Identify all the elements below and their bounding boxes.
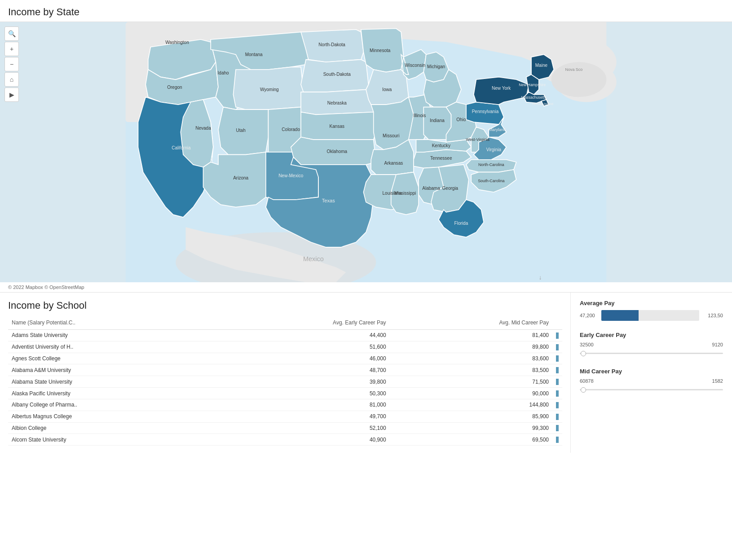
zoom-out-icon: − bbox=[10, 61, 13, 68]
cell-early-pay: 49,700 bbox=[216, 411, 389, 422]
label-alabama: Alabama bbox=[422, 186, 440, 191]
cell-bar bbox=[552, 388, 562, 399]
table-row[interactable]: Albion College 52,100 99,300 bbox=[8, 422, 562, 434]
label-south-carolina: South-Carolina bbox=[478, 179, 504, 183]
bar-indicator bbox=[556, 414, 559, 420]
table-row[interactable]: Alabama State University 39,800 71,500 bbox=[8, 376, 562, 388]
label-georgia: Georgia bbox=[442, 186, 459, 191]
table-row[interactable]: Alabama A&M University 48,700 83,500 bbox=[8, 364, 562, 376]
map-title: Income by State bbox=[0, 0, 732, 22]
map-section: 🔍 + − ⌂ ▶ bbox=[0, 22, 732, 293]
cell-mid-pay: 69,500 bbox=[390, 434, 552, 446]
avg-pay-section: Average Pay 47,200 123,50 bbox=[580, 300, 723, 321]
label-texas: Texas bbox=[322, 198, 335, 203]
cell-bar bbox=[552, 364, 562, 376]
cell-mid-pay: 90,000 bbox=[390, 388, 552, 399]
play-button[interactable]: ▶ bbox=[4, 88, 19, 102]
cell-name: Alabama State University bbox=[8, 376, 216, 388]
bar-indicator bbox=[556, 367, 559, 373]
label-south-dakota: South-Dakota bbox=[323, 72, 351, 77]
label-indiana: Indiana bbox=[430, 118, 445, 123]
mid-range-slider[interactable] bbox=[580, 385, 723, 394]
cell-mid-pay: 99,300 bbox=[390, 422, 552, 434]
cell-early-pay: 46,000 bbox=[216, 353, 389, 364]
search-button[interactable]: 🔍 bbox=[4, 26, 19, 41]
label-massachusetts: Massachusetts bbox=[521, 95, 547, 100]
cell-bar bbox=[552, 434, 562, 446]
label-kentucky: Kentucky bbox=[432, 143, 450, 148]
mid-range-thumb[interactable] bbox=[581, 387, 586, 393]
label-colorado: Colorado bbox=[282, 127, 300, 132]
mid-range-max: 1582 bbox=[712, 378, 723, 384]
label-nebraska: Nebraska bbox=[327, 101, 347, 105]
mid-range-values: 60878 1582 bbox=[580, 378, 723, 384]
label-wisconsin: Wisconsin bbox=[405, 63, 425, 68]
early-career-label: Early Career Pay bbox=[580, 332, 723, 338]
early-range-thumb[interactable] bbox=[581, 351, 586, 356]
table-row[interactable]: Alcorn State University 40,900 69,500 bbox=[8, 434, 562, 446]
bar-indicator bbox=[556, 437, 559, 443]
play-icon: ▶ bbox=[9, 91, 14, 98]
label-washington: Washington bbox=[165, 40, 189, 45]
early-range-slider[interactable] bbox=[580, 349, 723, 357]
label-california: California bbox=[172, 145, 191, 150]
col-early-pay: Avg. Early Career Pay bbox=[216, 317, 389, 330]
label-illinois: Illinois bbox=[413, 113, 426, 118]
cell-name: Alaska Pacific University bbox=[8, 388, 216, 399]
school-title: Income by School bbox=[8, 300, 562, 311]
cell-early-pay: 52,100 bbox=[216, 422, 389, 434]
label-oregon: Oregon bbox=[167, 85, 182, 90]
scroll-indicator: ↓ bbox=[539, 274, 542, 281]
label-oklahoma: Oklahoma bbox=[326, 149, 347, 154]
cell-name: Adventist University of H.. bbox=[8, 341, 216, 353]
mid-career-label: Mid Career Pay bbox=[580, 368, 723, 375]
early-career-section: Early Career Pay 32500 9120 bbox=[580, 332, 723, 357]
table-row[interactable]: Alaska Pacific University 50,300 90,000 bbox=[8, 388, 562, 399]
avg-pay-max: 123,50 bbox=[703, 313, 723, 318]
bar-indicator bbox=[556, 379, 559, 385]
col-bar bbox=[552, 317, 562, 330]
label-mississippi: Mississippi bbox=[394, 191, 416, 196]
mid-range-min: 60878 bbox=[580, 378, 594, 384]
cell-early-pay: 48,700 bbox=[216, 364, 389, 376]
table-row[interactable]: Adventist University of H.. 51,600 89,80… bbox=[8, 341, 562, 353]
mid-range-track bbox=[580, 389, 723, 390]
label-pennsylvania: Pennsylvania bbox=[472, 109, 499, 114]
home-button[interactable]: ⌂ bbox=[4, 72, 19, 87]
table-row[interactable]: Albertus Magnus College 49,700 85,900 bbox=[8, 411, 562, 422]
label-minnesota: Minnesota bbox=[370, 48, 391, 53]
label-tennessee: Tennessee bbox=[430, 156, 452, 161]
mid-range-container: 60878 1582 bbox=[580, 378, 723, 394]
cell-bar bbox=[552, 411, 562, 422]
label-ohio: Ohio bbox=[456, 117, 466, 122]
avg-pay-bar-wrapper bbox=[601, 310, 699, 321]
early-range-container: 32500 9120 bbox=[580, 342, 723, 357]
bar-indicator bbox=[556, 425, 559, 431]
school-section: Income by School Name (Salary Potential.… bbox=[0, 293, 570, 453]
table-row[interactable]: Agnes Scott College 46,000 83,600 bbox=[8, 353, 562, 364]
table-header: Name (Salary Potential.C.. Avg. Early Ca… bbox=[8, 317, 562, 330]
map-attribution: © 2022 Mapbox © OpenStreetMap bbox=[0, 282, 732, 292]
cell-mid-pay: 81,400 bbox=[390, 330, 552, 341]
map-container: 🔍 + − ⌂ ▶ bbox=[0, 22, 732, 282]
table-row[interactable]: Albany College of Pharma.. 81,000 144,80… bbox=[8, 399, 562, 411]
label-arizona: Arizona bbox=[233, 175, 248, 180]
table-row[interactable]: Adams State University 44,400 81,400 bbox=[8, 330, 562, 341]
label-kansas: Kansas bbox=[330, 124, 344, 129]
cell-mid-pay: 85,900 bbox=[390, 411, 552, 422]
early-range-values: 32500 9120 bbox=[580, 342, 723, 347]
mexico-label: Mexico bbox=[303, 255, 324, 262]
map-controls: 🔍 + − ⌂ ▶ bbox=[4, 26, 19, 102]
label-nova-scotia: Nova Sco bbox=[565, 67, 583, 72]
cell-bar bbox=[552, 399, 562, 411]
label-utah: Utah bbox=[236, 128, 246, 133]
cell-name: Albany College of Pharma.. bbox=[8, 399, 216, 411]
label-montana: Montana bbox=[245, 52, 263, 57]
zoom-in-button[interactable]: + bbox=[4, 42, 19, 56]
avg-pay-min: 47,200 bbox=[580, 313, 598, 318]
bottom-section: Income by School Name (Salary Potential.… bbox=[0, 293, 732, 453]
cell-name: Albion College bbox=[8, 422, 216, 434]
cell-mid-pay: 71,500 bbox=[390, 376, 552, 388]
zoom-out-button[interactable]: − bbox=[4, 57, 19, 71]
early-range-max: 9120 bbox=[712, 342, 723, 347]
